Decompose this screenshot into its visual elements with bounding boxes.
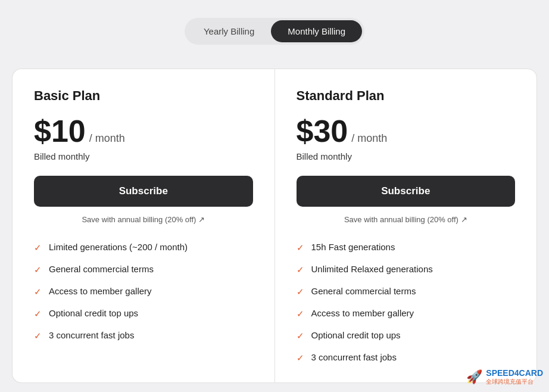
feature-item: ✓ Limited generations (~200 / month) xyxy=(34,242,253,253)
watermark: 🚀 SPEED4CARD 全球跨境充值平台 xyxy=(466,368,543,386)
price-period: / month xyxy=(89,132,125,145)
feature-text: Access to member gallery xyxy=(311,308,414,318)
feature-item: ✓ Optional credit top ups xyxy=(297,330,516,341)
watermark-tagline: 全球跨境充值平台 xyxy=(486,378,543,386)
check-icon: ✓ xyxy=(297,287,304,297)
plans-container: Basic Plan $10 / month Billed monthly Su… xyxy=(12,69,537,383)
feature-item: ✓ Unlimited Relaxed generations xyxy=(297,264,516,275)
feature-text: Limited generations (~200 / month) xyxy=(49,242,188,252)
plan-name: Standard Plan xyxy=(297,88,516,104)
save-text: Save with annual billing (20% off) ↗ xyxy=(34,215,253,224)
price-row: $10 / month xyxy=(34,116,253,147)
feature-item: ✓ Optional credit top ups xyxy=(34,308,253,319)
feature-item: ✓ General commercial terms xyxy=(34,264,253,275)
features-list: ✓ Limited generations (~200 / month) ✓ G… xyxy=(34,242,253,341)
check-icon: ✓ xyxy=(34,287,42,297)
feature-text: 3 concurrent fast jobs xyxy=(49,330,134,340)
check-icon: ✓ xyxy=(34,242,42,253)
feature-item: ✓ 15h Fast generations xyxy=(297,242,516,253)
yearly-billing-button[interactable]: Yearly Billing xyxy=(187,20,271,42)
feature-item: ✓ General commercial terms xyxy=(297,286,516,297)
billed-text: Billed monthly xyxy=(297,151,516,161)
check-icon: ✓ xyxy=(297,265,304,275)
feature-text: Optional credit top ups xyxy=(49,308,138,318)
price-amount: $10 xyxy=(34,116,86,147)
save-text: Save with annual billing (20% off) ↗ xyxy=(297,215,516,224)
plan-card-basic: Basic Plan $10 / month Billed monthly Su… xyxy=(12,69,274,383)
check-icon: ✓ xyxy=(297,242,304,253)
billing-toggle-container: Yearly Billing Monthly Billing xyxy=(185,18,364,45)
feature-text: General commercial terms xyxy=(49,264,154,274)
feature-text: Unlimited Relaxed generations xyxy=(311,264,433,274)
check-icon: ✓ xyxy=(34,331,42,341)
feature-text: General commercial terms xyxy=(311,286,416,296)
feature-item: ✓ Access to member gallery xyxy=(297,308,516,319)
features-list: ✓ 15h Fast generations ✓ Unlimited Relax… xyxy=(297,242,516,363)
feature-text: 3 concurrent fast jobs xyxy=(311,352,397,362)
check-icon: ✓ xyxy=(34,265,42,275)
check-icon: ✓ xyxy=(297,309,304,319)
check-icon: ✓ xyxy=(34,309,42,319)
feature-item: ✓ 3 concurrent fast jobs xyxy=(34,330,253,341)
monthly-billing-button[interactable]: Monthly Billing xyxy=(271,20,362,42)
price-row: $30 / month xyxy=(297,116,516,147)
feature-text: 15h Fast generations xyxy=(311,242,395,252)
plan-card-standard: Standard Plan $30 / month Billed monthly… xyxy=(274,69,538,383)
check-icon: ✓ xyxy=(297,331,304,341)
feature-item: ✓ 3 concurrent fast jobs xyxy=(297,352,516,363)
feature-text: Access to member gallery xyxy=(49,286,152,296)
feature-text: Optional credit top ups xyxy=(311,330,401,340)
plan-name: Basic Plan xyxy=(34,88,253,104)
check-icon: ✓ xyxy=(297,353,304,363)
price-amount: $30 xyxy=(297,116,348,147)
subscribe-button-basic[interactable]: Subscribe xyxy=(34,176,253,207)
rocket-icon: 🚀 xyxy=(466,369,482,385)
subscribe-button-standard[interactable]: Subscribe xyxy=(297,176,516,207)
feature-item: ✓ Access to member gallery xyxy=(34,286,253,297)
billed-text: Billed monthly xyxy=(34,151,253,161)
price-period: / month xyxy=(351,132,387,145)
watermark-site-name: SPEED4CARD xyxy=(486,368,543,378)
